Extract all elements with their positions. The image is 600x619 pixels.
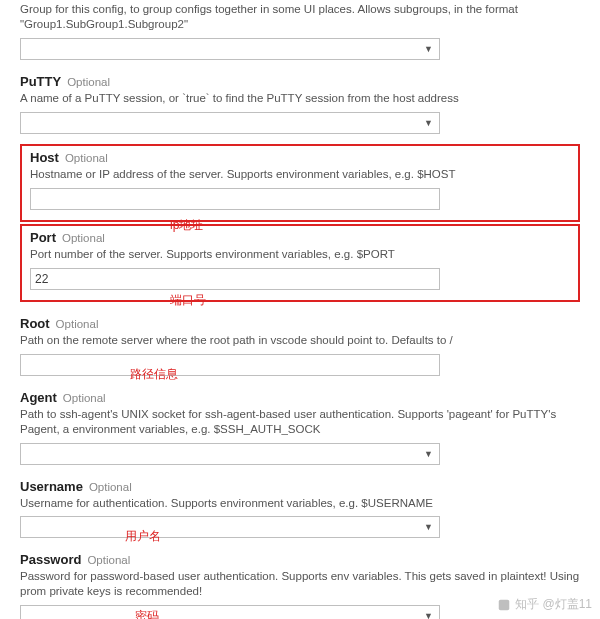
host-input[interactable] bbox=[30, 188, 440, 210]
host-desc: Hostname or IP address of the server. Su… bbox=[30, 167, 570, 182]
root-input[interactable] bbox=[20, 354, 440, 376]
root-label: Root bbox=[20, 316, 50, 331]
port-desc: Port number of the server. Supports envi… bbox=[30, 247, 570, 262]
port-input[interactable]: 22 bbox=[30, 268, 440, 290]
port-optional: Optional bbox=[62, 232, 105, 244]
watermark-text: 知乎 @灯盖11 bbox=[515, 596, 592, 613]
zhihu-icon bbox=[497, 598, 511, 612]
root-optional: Optional bbox=[56, 318, 99, 330]
agent-label: Agent bbox=[20, 390, 57, 405]
port-label: Port bbox=[30, 230, 56, 245]
password-desc: Password for password-based user authent… bbox=[20, 569, 580, 599]
putty-desc: A name of a PuTTY session, or `true` to … bbox=[20, 91, 580, 106]
password-select[interactable] bbox=[20, 605, 440, 619]
svg-rect-0 bbox=[499, 599, 510, 610]
host-label: Host bbox=[30, 150, 59, 165]
group-desc: Group for this config, to group configs … bbox=[20, 0, 580, 32]
host-optional: Optional bbox=[65, 152, 108, 164]
password-optional: Optional bbox=[87, 554, 130, 566]
watermark: 知乎 @灯盖11 bbox=[497, 596, 592, 613]
username-select[interactable] bbox=[20, 516, 440, 538]
agent-select[interactable] bbox=[20, 443, 440, 465]
field-root: Root Optional Path on the remote server … bbox=[20, 316, 580, 376]
putty-label: PuTTY bbox=[20, 74, 61, 89]
agent-desc: Path to ssh-agent's UNIX socket for ssh-… bbox=[20, 407, 580, 437]
group-select[interactable] bbox=[20, 38, 440, 60]
putty-optional: Optional bbox=[67, 76, 110, 88]
agent-optional: Optional bbox=[63, 392, 106, 404]
field-host: Host Optional Hostname or IP address of … bbox=[30, 150, 570, 210]
field-password: Password Optional Password for password-… bbox=[20, 552, 580, 619]
username-optional: Optional bbox=[89, 481, 132, 493]
root-desc: Path on the remote server where the root… bbox=[20, 333, 580, 348]
port-highlight-box: Port Optional Port number of the server.… bbox=[20, 224, 580, 302]
field-port: Port Optional Port number of the server.… bbox=[30, 230, 570, 290]
putty-select[interactable] bbox=[20, 112, 440, 134]
host-highlight-box: Host Optional Hostname or IP address of … bbox=[20, 144, 580, 222]
field-putty: PuTTY Optional A name of a PuTTY session… bbox=[20, 74, 580, 134]
username-label: Username bbox=[20, 479, 83, 494]
field-username: Username Optional Username for authentic… bbox=[20, 479, 580, 539]
password-label: Password bbox=[20, 552, 81, 567]
field-agent: Agent Optional Path to ssh-agent's UNIX … bbox=[20, 390, 580, 465]
username-desc: Username for authentication. Supports en… bbox=[20, 496, 580, 511]
